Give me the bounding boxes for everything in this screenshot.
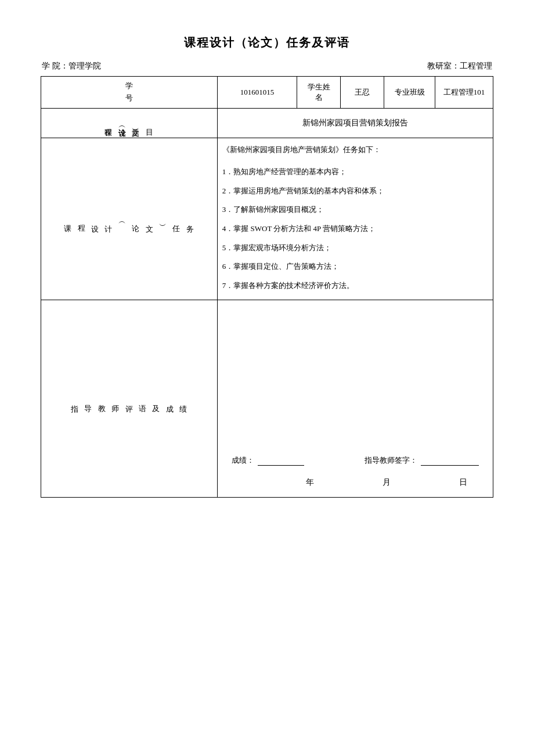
task-item-3: 3．了解新锦州家园项目概况； <box>222 201 488 218</box>
score-field <box>258 455 304 466</box>
comment-content: 成绩： 指导教师签字： 年 月 日 <box>217 300 493 498</box>
month-label: 月 <box>383 478 396 487</box>
task-item-7: 7．掌握各种方案的技术经济评价方法。 <box>222 278 488 294</box>
student-no-label: 学号 <box>41 77 218 109</box>
student-info-row: 学号 101601015 学生姓名 王忍 专业班级 工程管理101 <box>41 77 493 109</box>
course-design-title: 新锦州家园项目营销策划报告 <box>217 108 493 138</box>
class-value: 工程管理101 <box>435 77 493 109</box>
teacher-sign-area: 指导教师签字： <box>365 455 479 466</box>
year-label: 年 <box>306 478 320 487</box>
task-item-2: 2．掌握运用房地产营销策划的基本内容和体系； <box>222 183 488 200</box>
task-intro: 《新锦州家园项目房地产营销策划》任务如下： <box>222 142 488 159</box>
task-item-6: 6．掌握项目定位、广告策略方法； <box>222 258 488 275</box>
task-label: 课程设计（论文）任务 <box>41 138 218 300</box>
school-info: 学 院：管理学院 <box>42 61 101 71</box>
day-label: 日 <box>459 478 473 487</box>
student-name-label: 学生姓名 <box>297 77 341 109</box>
teacher-sign-field <box>421 455 479 466</box>
student-no-value: 101601015 <box>217 77 297 109</box>
course-title-row: 课程设计（论文）题目 新锦州家园项目营销策划报告 <box>41 108 493 138</box>
school-label: 学 院： <box>42 62 68 70</box>
score-label: 成绩： <box>232 455 254 466</box>
course-design-label: 课程设计（论文）题目 <box>41 108 218 138</box>
task-item-1: 1．熟知房地产经营管理的基本内容； <box>222 164 488 181</box>
teacher-sign-label: 指导教师签字： <box>365 455 417 466</box>
comment-label: 指导教师评语及成绩 <box>41 300 218 498</box>
task-item-4: 4．掌握 SWOT 分析方法和 4P 营销策略方法； <box>222 221 488 237</box>
comment-row: 指导教师评语及成绩 成绩： 指导教师签字： 年 月 日 <box>41 300 493 498</box>
page-title: 课程设计（论文）任务及评语 <box>41 35 493 51</box>
student-name-value: 王忍 <box>341 77 384 109</box>
date-row: 年 月 日 <box>232 477 479 488</box>
score-area: 成绩： <box>232 455 304 466</box>
dept-info: 教研室：工程管理 <box>427 61 492 71</box>
dept-label: 教研室： <box>427 62 460 70</box>
task-row: 课程设计（论文）任务 《新锦州家园项目房地产营销策划》任务如下： 1．熟知房地产… <box>41 138 493 300</box>
task-content: 《新锦州家园项目房地产营销策划》任务如下： 1．熟知房地产经营管理的基本内容； … <box>217 138 493 300</box>
school-value: 管理学院 <box>68 62 101 70</box>
class-label: 专业班级 <box>384 77 435 109</box>
dept-value: 工程管理 <box>460 62 492 70</box>
task-item-5: 5．掌握宏观市场环境分析方法； <box>222 240 488 257</box>
